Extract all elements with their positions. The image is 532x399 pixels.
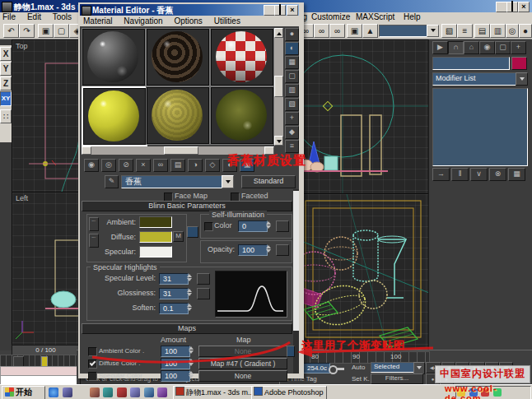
material-slot-4-active[interactable]: [82, 86, 147, 146]
diffuse-map-shortcut-button[interactable]: M: [173, 231, 184, 242]
modifier-stack[interactable]: [432, 88, 528, 166]
diffuse-color-swatch[interactable]: [139, 231, 172, 243]
restore-button[interactable]: [506, 2, 518, 12]
selection-filter-icon[interactable]: ▣: [347, 24, 362, 38]
tab-modify-icon[interactable]: ∩: [448, 41, 464, 54]
params-scroll-thumb[interactable]: [293, 191, 299, 331]
show-map-in-viewport-icon[interactable]: ◇: [205, 159, 220, 172]
undo-icon[interactable]: ↶: [3, 24, 19, 38]
auto-key-button[interactable]: Auto: [352, 364, 365, 371]
quicklaunch-icon[interactable]: [144, 387, 154, 397]
diffuse-color-map-checkbox[interactable]: [88, 360, 97, 369]
lock-diffuse-icon[interactable]: ⌒: [89, 234, 99, 248]
set-key-button[interactable]: Set K.: [352, 375, 370, 383]
axis-y-button[interactable]: Y: [0, 62, 12, 76]
quicklaunch-icon[interactable]: [157, 387, 167, 397]
filters-button[interactable]: Filters...: [371, 373, 423, 384]
opacity-value-field[interactable]: 100: [238, 244, 268, 256]
set-key-icon[interactable]: [329, 364, 345, 373]
diffuse-map-button[interactable]: Map #47 ( Gradient ): [198, 358, 287, 369]
ambient-map-button[interactable]: None: [198, 346, 287, 357]
object-name-field[interactable]: [432, 57, 510, 70]
reset-map-icon[interactable]: ×: [136, 159, 151, 172]
lock-ambient-diffuse-button[interactable]: [187, 226, 198, 238]
tab-create-icon[interactable]: ▶: [432, 41, 448, 54]
make-unique-icon[interactable]: ∨: [470, 168, 488, 181]
material-map-navigator-icon[interactable]: ≡: [285, 140, 299, 153]
specular-level-map-button[interactable]: [197, 273, 210, 285]
material-slot-3[interactable]: [210, 28, 274, 86]
bind-icon[interactable]: ∞: [329, 24, 345, 38]
quicklaunch-desktop-icon[interactable]: [63, 387, 72, 397]
hscroll-thumb[interactable]: [164, 146, 198, 155]
select-object-icon[interactable]: ▲: [362, 24, 378, 38]
self-illum-value-field[interactable]: 0: [238, 220, 268, 232]
select-link-icon[interactable]: ▣: [38, 24, 54, 38]
options-icon[interactable]: +: [285, 112, 299, 125]
me-menu-utilities[interactable]: Utilities: [214, 16, 240, 26]
me-close-button[interactable]: ×: [287, 5, 298, 16]
make-unique-material-icon[interactable]: ∞: [153, 159, 168, 172]
ambient-color-swatch[interactable]: [139, 216, 172, 228]
selection-set-dropdown[interactable]: Selected: [371, 362, 418, 373]
viewport-front[interactable]: [296, 39, 430, 194]
self-illum-color-checkbox[interactable]: [204, 222, 213, 231]
object-color-swatch[interactable]: [511, 57, 527, 70]
material-slot-5[interactable]: [146, 86, 210, 145]
tab-utilities-icon[interactable]: +: [511, 41, 526, 54]
self-illum-map-button[interactable]: [276, 220, 289, 232]
background-icon[interactable]: ▦: [285, 56, 299, 69]
sample-type-icon[interactable]: ●: [285, 28, 299, 41]
task-photoshop-button[interactable]: Adobe Photoshop: [251, 386, 327, 399]
scroll-up-icon[interactable]: [277, 32, 282, 35]
pick-material-eyedropper-icon[interactable]: ✎: [105, 175, 119, 188]
put-material-icon[interactable]: ◎: [101, 159, 116, 172]
schematic-view-icon[interactable]: ▥: [490, 24, 506, 38]
self-illum-spinner[interactable]: [264, 220, 272, 230]
sample-vscrollbar[interactable]: [274, 28, 283, 144]
ambient-amount-spinner[interactable]: [187, 346, 194, 355]
specular-color-swatch[interactable]: [139, 246, 172, 257]
menu-help[interactable]: Help: [404, 12, 421, 22]
configure-stack-icon[interactable]: ▦: [508, 168, 525, 181]
me-restore-button[interactable]: [274, 5, 286, 16]
menu-tools[interactable]: Tools: [53, 12, 72, 21]
start-button[interactable]: 开始: [2, 386, 45, 399]
me-menu-material[interactable]: Material: [83, 16, 113, 26]
named-selection-arrow-icon[interactable]: [427, 25, 439, 37]
menu-customize[interactable]: Customize: [311, 12, 350, 22]
specular-color-map-checkbox[interactable]: [88, 372, 97, 381]
lock-ambient-icon[interactable]: ⌒: [89, 217, 99, 231]
diffuse-amount-spinner[interactable]: [187, 358, 194, 367]
specular-level-spinner[interactable]: [185, 273, 193, 282]
maps-lock-button[interactable]: [287, 346, 295, 357]
selection-set-arrow-icon[interactable]: [413, 362, 425, 374]
align-icon[interactable]: ≡: [457, 24, 473, 38]
modifier-list-dropdown[interactable]: Modifier List: [432, 72, 519, 86]
ambient-color-map-checkbox[interactable]: [88, 347, 97, 356]
material-slot-2[interactable]: [146, 28, 210, 86]
specular-amount-spinner[interactable]: [187, 370, 194, 379]
quicklaunch-icon[interactable]: [76, 387, 86, 397]
remove-modifier-icon[interactable]: ⊗: [489, 168, 506, 181]
axis-x-button[interactable]: X: [0, 47, 12, 61]
viewport-camera[interactable]: [296, 193, 430, 351]
quicklaunch-icon[interactable]: [90, 387, 100, 397]
show-end-result-icon[interactable]: ‖: [451, 168, 469, 181]
close-button[interactable]: ×: [518, 2, 530, 12]
modifier-list-arrow-icon[interactable]: [516, 72, 528, 86]
snap-toggle-icon[interactable]: ∷: [0, 109, 12, 123]
menu-file[interactable]: File: [2, 12, 16, 21]
render-setup-icon[interactable]: ◎: [506, 24, 519, 38]
vscroll-thumb[interactable]: [274, 76, 283, 97]
me-menu-navigation[interactable]: Navigation: [124, 16, 162, 26]
specular-level-field[interactable]: 31: [159, 273, 189, 285]
sample-uv-tiling-icon[interactable]: ▢: [285, 70, 299, 83]
assign-material-icon[interactable]: ⊘: [119, 159, 133, 172]
task-3dsmax-button[interactable]: 静物1.max - 3ds m...: [173, 386, 252, 399]
pin-stack-icon[interactable]: →: [432, 168, 450, 181]
minimize-button[interactable]: [496, 2, 507, 12]
backlight-icon[interactable]: ◐: [285, 42, 299, 55]
video-color-check-icon[interactable]: ▥: [285, 84, 299, 97]
quicklaunch-ie-icon[interactable]: [49, 387, 58, 397]
